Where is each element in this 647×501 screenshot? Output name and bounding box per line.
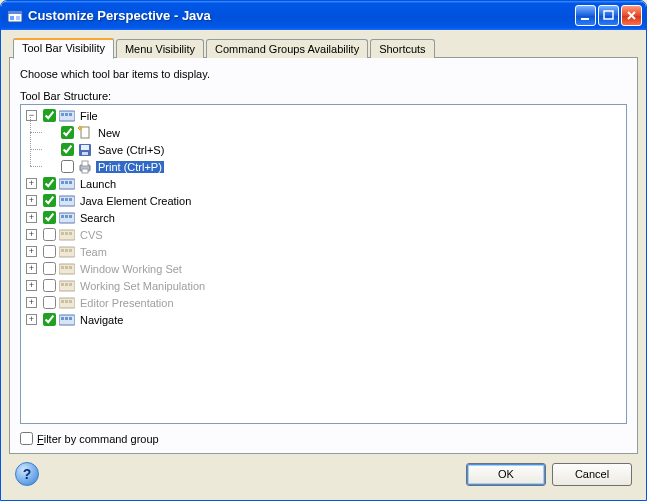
- minimize-button[interactable]: [575, 5, 596, 26]
- tree-checkbox[interactable]: [43, 177, 56, 190]
- tree-node-label: Window Working Set: [78, 263, 184, 275]
- tree-checkbox[interactable]: [43, 228, 56, 241]
- tab-shortcuts[interactable]: Shortcuts: [370, 39, 434, 58]
- tree-node-file[interactable]: − File: [25, 107, 624, 124]
- checkbox-input[interactable]: [43, 211, 56, 224]
- svg-rect-8: [65, 113, 68, 116]
- button-row: OK Cancel: [466, 463, 632, 486]
- svg-rect-26: [61, 215, 64, 218]
- window-buttons: [575, 5, 642, 26]
- filter-by-command-group[interactable]: Filter by command group: [20, 432, 627, 445]
- close-button[interactable]: [621, 5, 642, 26]
- svg-rect-27: [65, 215, 68, 218]
- checkbox-input[interactable]: [43, 109, 56, 122]
- svg-rect-7: [61, 113, 64, 116]
- tree-checkbox[interactable]: [43, 245, 56, 258]
- tree-node-save[interactable]: Save (Ctrl+S): [43, 141, 624, 158]
- tree-node-new[interactable]: New: [43, 124, 624, 141]
- toolbar-icon: [59, 261, 75, 277]
- expand-icon[interactable]: +: [26, 229, 37, 240]
- svg-rect-30: [61, 232, 64, 235]
- maximize-button[interactable]: [598, 5, 619, 26]
- checkbox-input[interactable]: [43, 194, 56, 207]
- tree-checkbox[interactable]: [61, 143, 74, 156]
- tree-node-launch[interactable]: + Launch: [25, 175, 624, 192]
- tab-strip: Tool Bar Visibility Menu Visibility Comm…: [9, 38, 638, 58]
- checkbox-input[interactable]: [43, 279, 56, 292]
- svg-rect-46: [61, 300, 64, 303]
- cancel-button[interactable]: Cancel: [552, 463, 632, 486]
- tree-checkbox[interactable]: [43, 313, 56, 326]
- tree-node-label: Navigate: [78, 314, 125, 326]
- app-icon: [7, 8, 23, 24]
- tree-node-editor-presentation[interactable]: + Editor Presentation: [25, 294, 624, 311]
- svg-rect-31: [65, 232, 68, 235]
- tree-node-window-working-set[interactable]: + Window Working Set: [25, 260, 624, 277]
- tree-checkbox[interactable]: [43, 296, 56, 309]
- checkbox-input[interactable]: [61, 143, 74, 156]
- expand-icon[interactable]: +: [26, 297, 37, 308]
- collapse-icon[interactable]: −: [26, 110, 37, 121]
- svg-rect-2: [10, 16, 14, 20]
- tree-checkbox[interactable]: [43, 194, 56, 207]
- checkbox-input[interactable]: [43, 177, 56, 190]
- svg-rect-3: [16, 16, 20, 20]
- tree-checkbox[interactable]: [43, 211, 56, 224]
- tree-node-label: CVS: [78, 229, 105, 241]
- tree-node-java-element-creation[interactable]: + Java Element Creation: [25, 192, 624, 209]
- toolbar-icon: [59, 210, 75, 226]
- svg-rect-52: [69, 317, 72, 320]
- svg-rect-38: [61, 266, 64, 269]
- tree-node-label: Editor Presentation: [78, 297, 176, 309]
- svg-rect-9: [69, 113, 72, 116]
- tab-menu-visibility[interactable]: Menu Visibility: [116, 39, 204, 58]
- tree-checkbox[interactable]: [61, 160, 74, 173]
- checkbox-input[interactable]: [61, 126, 74, 139]
- tree-node-label: Team: [78, 246, 109, 258]
- tab-tool-bar-visibility[interactable]: Tool Bar Visibility: [13, 38, 114, 59]
- tree-checkbox[interactable]: [43, 109, 56, 122]
- checkbox-input[interactable]: [61, 160, 74, 173]
- checkbox-input[interactable]: [43, 245, 56, 258]
- expand-icon[interactable]: +: [26, 195, 37, 206]
- tab-label: Shortcuts: [379, 43, 425, 55]
- tab-panel: Choose which tool bar items to display. …: [9, 57, 638, 454]
- tree-container[interactable]: − File: [20, 104, 627, 424]
- ok-button[interactable]: OK: [466, 463, 546, 486]
- expand-icon[interactable]: +: [26, 212, 37, 223]
- checkbox-input[interactable]: [43, 296, 56, 309]
- tree-node-label: Working Set Manipulation: [78, 280, 207, 292]
- svg-rect-10: [81, 127, 89, 138]
- expand-icon[interactable]: +: [26, 178, 37, 189]
- checkbox-input[interactable]: [43, 313, 56, 326]
- tree-node-search[interactable]: + Search: [25, 209, 624, 226]
- print-icon: [77, 159, 93, 175]
- tree-checkbox[interactable]: [61, 126, 74, 139]
- expand-icon[interactable]: +: [26, 246, 37, 257]
- checkbox-input[interactable]: [43, 262, 56, 275]
- filter-checkbox[interactable]: [20, 432, 33, 445]
- svg-rect-35: [65, 249, 68, 252]
- expand-icon[interactable]: +: [26, 314, 37, 325]
- svg-rect-39: [65, 266, 68, 269]
- tree-node-print[interactable]: Print (Ctrl+P): [43, 158, 624, 175]
- svg-rect-12: [81, 145, 89, 150]
- tab-command-groups[interactable]: Command Groups Availability: [206, 39, 368, 58]
- tree-node-label: Java Element Creation: [78, 195, 193, 207]
- tree-checkbox[interactable]: [43, 279, 56, 292]
- svg-rect-13: [82, 152, 88, 155]
- checkbox-input[interactable]: [43, 228, 56, 241]
- tree-node-navigate[interactable]: + Navigate: [25, 311, 624, 328]
- tree-node-working-set-manipulation[interactable]: + Working Set Manipulation: [25, 277, 624, 294]
- svg-rect-23: [65, 198, 68, 201]
- tab-label: Tool Bar Visibility: [22, 42, 105, 54]
- svg-rect-24: [69, 198, 72, 201]
- expand-icon[interactable]: +: [26, 280, 37, 291]
- tab-label: Command Groups Availability: [215, 43, 359, 55]
- expand-icon[interactable]: +: [26, 263, 37, 274]
- tree-node-team[interactable]: + Team: [25, 243, 624, 260]
- tree-node-cvs[interactable]: + CVS: [25, 226, 624, 243]
- help-icon[interactable]: ?: [15, 462, 39, 486]
- save-icon: [77, 142, 93, 158]
- tree-checkbox[interactable]: [43, 262, 56, 275]
